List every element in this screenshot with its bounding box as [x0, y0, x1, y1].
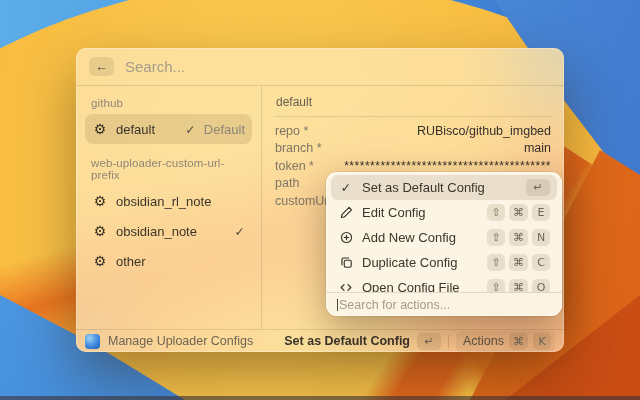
section-gap [85, 144, 252, 152]
search-bar: ← [76, 48, 564, 86]
shortcut-keys: ⇧ ⌘ O [487, 279, 550, 292]
field-value: main [524, 141, 551, 155]
shift-key-icon: ⇧ [487, 204, 505, 221]
code-icon [338, 281, 354, 292]
letter-key-icon: O [532, 279, 550, 292]
gear-icon: ⚙ [92, 224, 108, 238]
footer-actions: Set as Default Config ↵ Actions ⌘ K [284, 331, 555, 352]
actions-menu: ✓ Set as Default Config ↵ Edit Config ⇧ … [326, 172, 562, 316]
shift-key-icon: ⇧ [487, 229, 505, 246]
search-input[interactable] [125, 58, 551, 75]
list-item-label: obsidian_rl_note [116, 194, 211, 209]
actions-search-bar[interactable] [326, 292, 562, 316]
menu-item-edit-config[interactable]: Edit Config ⇧ ⌘ E [331, 200, 557, 225]
back-button[interactable]: ← [89, 57, 114, 76]
gear-icon: ⚙ [92, 254, 108, 268]
field-label: path [275, 176, 299, 190]
list-item-label: other [116, 254, 146, 269]
app-icon [85, 334, 100, 349]
field-value-masked: **************************************** [344, 159, 551, 173]
menu-item-open-config-file[interactable]: Open Config File ⇧ ⌘ O [331, 275, 557, 292]
shortcut-keys: ↵ [526, 179, 550, 196]
default-badge: Default [204, 122, 245, 137]
shift-key-icon: ⇧ [487, 279, 505, 292]
field-branch: branch * main [275, 140, 551, 158]
section-header-web-uploader: web-uploader-custom-url-prefix [85, 152, 252, 186]
field-label: repo * [275, 124, 308, 138]
list-item-default[interactable]: ⚙ default ✓ Default [85, 114, 252, 144]
menu-item-label: Edit Config [362, 205, 426, 220]
return-key-icon: ↵ [417, 333, 441, 350]
menu-item-label: Open Config File [362, 280, 460, 292]
back-icon: ← [95, 59, 108, 74]
field-repo: repo * RUBisco/github_imgbed [275, 122, 551, 140]
field-value: RUBisco/github_imgbed [417, 124, 551, 138]
letter-key-icon: N [532, 229, 550, 246]
menu-item-label: Add New Config [362, 230, 456, 245]
plus-circle-icon [338, 231, 354, 244]
pencil-icon [338, 206, 354, 219]
gear-icon: ⚙ [92, 122, 108, 136]
shortcut-keys: ⇧ ⌘ E [487, 204, 550, 221]
config-list-sidebar: github ⚙ default ✓ Default web-uploader-… [76, 86, 262, 329]
command-title: Manage Uploader Configs [108, 334, 253, 348]
list-item-label: default [116, 122, 155, 137]
field-label: branch * [275, 141, 322, 155]
menu-item-label: Set as Default Config [362, 180, 485, 195]
status-bar: Manage Uploader Configs Set as Default C… [76, 329, 564, 352]
menu-item-set-default[interactable]: ✓ Set as Default Config ↵ [331, 175, 557, 200]
return-key-icon: ↵ [526, 179, 550, 196]
section-header-github: github [85, 92, 252, 114]
list-item-obsidian-note[interactable]: ⚙ obsidian_note ✓ [85, 216, 252, 246]
letter-key-icon: C [532, 254, 550, 271]
field-label: customUrl [275, 194, 331, 208]
menu-item-duplicate-config[interactable]: Duplicate Config ⇧ ⌘ C [331, 250, 557, 275]
check-icon: ✓ [338, 180, 354, 195]
text-cursor [337, 299, 338, 311]
check-icon: ✓ [185, 122, 195, 137]
shortcut-keys: ⇧ ⌘ N [487, 229, 550, 246]
duplicate-icon [338, 256, 354, 269]
check-icon: ✓ [235, 224, 245, 239]
actions-button[interactable]: Actions ⌘ K [456, 331, 555, 352]
field-label: token * [275, 159, 314, 173]
shift-key-icon: ⇧ [487, 254, 505, 271]
wallpaper-shape [0, 396, 640, 400]
command-key-icon: ⌘ [509, 254, 528, 271]
separator [448, 335, 449, 348]
list-item-other[interactable]: ⚙ other [85, 246, 252, 276]
list-item-obsidian-rl-note[interactable]: ⚙ obsidian_rl_note [85, 186, 252, 216]
gear-icon: ⚙ [92, 194, 108, 208]
menu-item-label: Duplicate Config [362, 255, 457, 270]
detail-title: default [275, 93, 551, 117]
k-key-icon: K [533, 333, 551, 350]
actions-label: Actions [463, 334, 504, 348]
actions-menu-list: ✓ Set as Default Config ↵ Edit Config ⇧ … [331, 175, 557, 292]
command-key-icon: ⌘ [509, 279, 528, 292]
menu-item-add-new-config[interactable]: Add New Config ⇧ ⌘ N [331, 225, 557, 250]
command-key-icon: ⌘ [509, 229, 528, 246]
primary-action-label[interactable]: Set as Default Config [284, 334, 410, 348]
shortcut-keys: ⇧ ⌘ C [487, 254, 550, 271]
command-key-icon: ⌘ [509, 333, 528, 350]
actions-search-input[interactable] [339, 298, 551, 312]
command-key-icon: ⌘ [509, 204, 528, 221]
list-item-label: obsidian_note [116, 224, 197, 239]
letter-key-icon: E [532, 204, 550, 221]
